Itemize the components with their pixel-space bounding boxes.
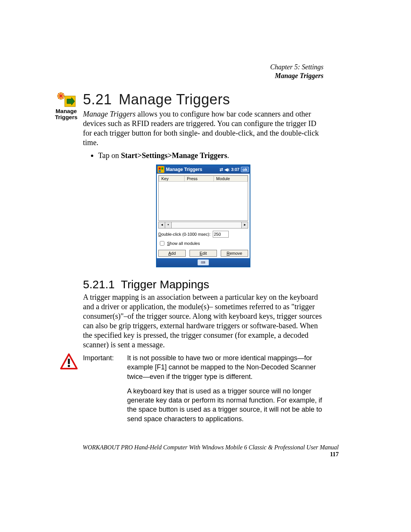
trigger-table[interactable]: Key Press Module [158, 175, 248, 221]
double-click-label: Double-click (0-1000 msec): [158, 232, 210, 236]
bullet-path: Start>Settings>Manage Triggers [121, 151, 227, 160]
warning-icon [60, 353, 78, 372]
section-number: 5.21 [83, 91, 112, 107]
content: 5.21Manage Triggers Manage Triggers allo… [83, 91, 323, 429]
bullet-suffix: . [227, 151, 229, 160]
clock: 3:07 [231, 167, 239, 172]
scroll-right-icon[interactable]: ▸ [241, 222, 248, 228]
svg-rect-6 [68, 359, 70, 364]
page-number: 117 [330, 451, 339, 457]
margin-icon: Manage Triggers [54, 92, 78, 120]
chapter-subtitle: Manage Triggers [270, 72, 323, 80]
wm-bottombar: ⌨ [157, 258, 250, 267]
bullet-prefix: Tap on [98, 151, 121, 160]
col-press[interactable]: Press [185, 176, 214, 182]
note-paragraph-2: A keyboard key that is used as a trigger… [127, 387, 323, 423]
scroll-left-icon[interactable]: ◂ [159, 222, 165, 228]
keyboard-icon[interactable]: ⌨ [198, 259, 209, 265]
subsection-number: 5.21.1 [83, 278, 115, 291]
col-key[interactable]: Key [159, 176, 185, 182]
instruction-list: Tap on Start>Settings>Manage Triggers. [83, 151, 323, 160]
page-header: Chapter 5: Settings Manage Triggers [270, 63, 323, 80]
start-icon[interactable] [158, 166, 164, 173]
remove-button[interactable]: Remove [221, 250, 248, 257]
scroll-track[interactable] [172, 222, 241, 228]
device-screenshot: Manage Triggers ⇄ ◀ε 3:07 ok Key Press [156, 165, 250, 267]
wm-window: Manage Triggers ⇄ ◀ε 3:07 ok Key Press [156, 165, 250, 267]
subsection-title: Trigger Mappings [121, 278, 209, 291]
horizontal-scrollbar[interactable]: ◂ ▪ ▸ [158, 222, 248, 228]
ok-button[interactable]: ok [241, 167, 249, 172]
chapter-label: Chapter 5: Settings [270, 63, 323, 72]
page-footer: WORKABOUT PRO Hand-Held Computer With Wi… [80, 444, 339, 458]
volume-icon: ◀ε [225, 167, 229, 172]
show-all-checkbox[interactable] [160, 241, 164, 246]
table-header: Key Press Module [159, 176, 248, 182]
note-paragraph-1: It is not possible to have two or more i… [127, 353, 323, 381]
important-note: Important: It is not possible to have tw… [83, 353, 323, 429]
page: Chapter 5: Settings Manage Triggers Mana… [0, 0, 411, 532]
col-module[interactable]: Module [214, 176, 248, 182]
section-title: Manage Triggers [119, 91, 230, 107]
margin-icon-label-1: Manage [54, 108, 78, 114]
margin-icon-label-2: Triggers [54, 114, 78, 120]
section-heading: 5.21Manage Triggers [83, 91, 323, 108]
manage-triggers-icon [56, 92, 76, 107]
edit-button[interactable]: Edit [190, 250, 217, 257]
wm-body: Key Press Module ◂ ▪ ▸ Double-click (0-1… [157, 174, 250, 258]
add-button[interactable]: Add [158, 250, 186, 257]
connectivity-icon: ⇄ [220, 167, 223, 172]
show-all-label: Show all modules [167, 241, 200, 246]
status-area: ⇄ ◀ε 3:07 [220, 167, 239, 172]
double-click-row: Double-click (0-1000 msec): [158, 231, 248, 238]
scroll-thumb[interactable]: ▪ [165, 222, 172, 228]
note-text: It is not possible to have two or more i… [127, 353, 323, 429]
subsection-text: A trigger mapping is an association betw… [83, 292, 323, 350]
instruction-item: Tap on Start>Settings>Manage Triggers. [98, 151, 323, 160]
subsection-heading: 5.21.1Trigger Mappings [83, 278, 323, 291]
double-click-input[interactable] [213, 231, 229, 238]
wm-titlebar: Manage Triggers ⇄ ◀ε 3:07 ok [157, 165, 250, 174]
show-all-row: Show all modules [158, 240, 248, 247]
section-intro: Manage Triggers allows you to configure … [83, 109, 323, 147]
button-row: Add Edit Remove [158, 250, 248, 257]
note-label: Important: [83, 353, 122, 363]
svg-point-7 [68, 365, 70, 367]
footer-text: WORKABOUT PRO Hand-Held Computer With Wi… [83, 444, 339, 451]
intro-lead: Manage Triggers [83, 110, 135, 118]
window-title: Manage Triggers [166, 167, 202, 172]
